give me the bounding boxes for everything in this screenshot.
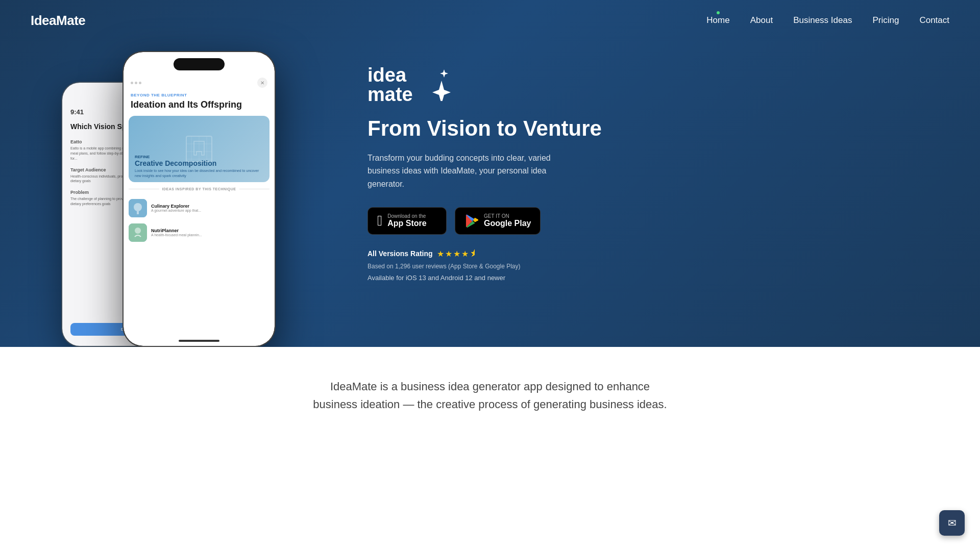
nav-item-pricing[interactable]: Pricing [872, 15, 899, 26]
brand-logo: idea mate [368, 65, 452, 104]
idea-culinary-desc: A gourmet adventure app that... [151, 209, 201, 212]
star-1: ★ [437, 249, 444, 259]
nav-logo[interactable]: IdeaMate [31, 13, 85, 29]
availability-text: Available for iOS 13 and Android 12 and … [368, 274, 505, 282]
phone-front: ✕ BEYOND THE BLUEPRINT Ideation and Its … [122, 51, 276, 347]
hero-content: idea mate From Vision to Venture Transfo… [357, 65, 980, 281]
phone-card: REFINE Creative Decomposition Look insid… [129, 116, 270, 182]
phone-dot-2 [135, 82, 137, 84]
phone-idea-thumb-nutriplanner [129, 223, 147, 242]
phone-dot-menu[interactable] [131, 82, 141, 84]
phone-dot-1 [131, 82, 133, 84]
phones-container: 9:41 Which Vision Speaks to You Eatto Ea… [0, 0, 357, 347]
nav-item-about[interactable]: About [750, 15, 773, 26]
stars: ★ ★ ★ ★ ⯨ [437, 249, 478, 259]
rating-row: All Versions Rating ★ ★ ★ ★ ⯨ [368, 249, 478, 259]
google-play-name: Google Play [484, 219, 531, 228]
google-play-sub: GET IT ON [484, 213, 531, 219]
below-fold: IdeaMate is a business idea generator ap… [0, 347, 980, 434]
brand-text-idea: idea [368, 65, 413, 85]
phone-card-label: REFINE [135, 155, 263, 159]
idea-nutriplanner-desc: A health-focused meal plannin... [151, 233, 202, 237]
phone-tag: BEYOND THE BLUEPRINT [124, 93, 275, 97]
phone-divider-text: IDEAS INSPIRED BY THIS TECHNIQUE [162, 187, 236, 191]
nav-item-business-ideas[interactable]: Business Ideas [793, 15, 852, 26]
star-4: ★ [461, 249, 469, 259]
star-2: ★ [445, 249, 452, 259]
phone-idea-thumb-culinary [129, 199, 147, 217]
star-5: ⯨ [470, 249, 478, 259]
google-play-button[interactable]: GET IT ON Google Play [455, 207, 541, 235]
hero-subtitle: Transform your budding concepts into cle… [368, 152, 582, 191]
hero-section: 9:41 Which Vision Speaks to You Eatto Ea… [0, 0, 980, 347]
rating-label: All Versions Rating [368, 249, 433, 258]
sparkle-icon [416, 65, 452, 101]
app-store-button[interactable]:  Download on the App Store [368, 207, 447, 235]
nav-item-contact[interactable]: Contact [919, 15, 949, 26]
rating-sub: Based on 1,296 user reviews (App Store &… [368, 263, 521, 270]
below-fold-text: IdeaMate is a business idea generator ap… [311, 378, 669, 413]
phone-dot-3 [139, 82, 141, 84]
store-buttons:  Download on the App Store GET IT ON Go… [368, 207, 541, 235]
brand-text-mate: mate [368, 85, 413, 104]
app-store-sub: Download on the [387, 213, 426, 219]
phone-card-desc: Look inside to see how your idea can be … [135, 168, 263, 178]
svg-point-12 [135, 228, 141, 234]
phone-idea-nutriplanner[interactable]: NutriPlanner A health-focused meal plann… [124, 220, 275, 245]
google-play-icon [464, 214, 479, 228]
svg-point-9 [134, 203, 142, 211]
navbar: IdeaMate Home About Business Ideas Prici… [0, 0, 980, 41]
phone-card-name: Creative Decomposition [135, 159, 263, 167]
hero-headline: From Vision to Venture [368, 116, 602, 141]
phone-screen: ✕ BEYOND THE BLUEPRINT Ideation and Its … [124, 52, 275, 346]
apple-icon:  [377, 213, 382, 229]
nav-links: Home About Business Ideas Pricing Contac… [706, 15, 949, 26]
nav-item-home[interactable]: Home [706, 15, 729, 26]
app-store-name: App Store [387, 219, 426, 228]
phone-idea-culinary[interactable]: Culinary Explorer A gourmet adventure ap… [124, 196, 275, 220]
svg-rect-10 [137, 211, 139, 214]
phone-title: Ideation and Its Offspring [124, 97, 275, 116]
idea-culinary-name: Culinary Explorer [151, 204, 201, 209]
idea-nutriplanner-name: NutriPlanner [151, 228, 202, 233]
phone-close-btn[interactable]: ✕ [257, 78, 267, 88]
phone-notch [174, 58, 225, 70]
phone-home-bar [179, 340, 219, 342]
phone-card-overlay: REFINE Creative Decomposition Look insid… [129, 151, 270, 182]
phone-divider: IDEAS INSPIRED BY THIS TECHNIQUE [124, 182, 275, 196]
star-3: ★ [453, 249, 460, 259]
